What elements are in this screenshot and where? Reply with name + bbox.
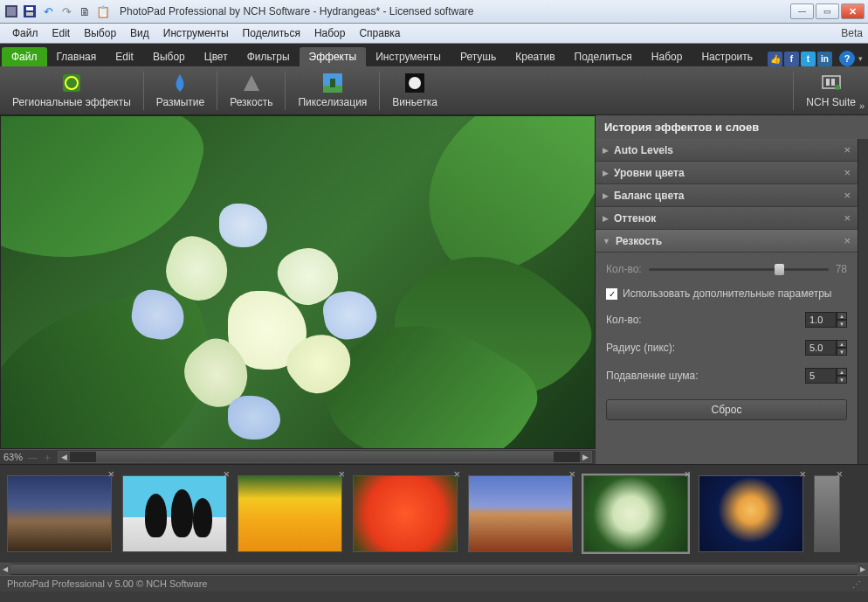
image-canvas[interactable] — [0, 115, 596, 449]
redo-icon[interactable]: ↷ — [59, 3, 74, 19]
ribbon-regional-effects[interactable]: Региональные эффекты — [0, 66, 143, 114]
ribbon-nch-suite[interactable]: NCH Suite — [794, 66, 868, 114]
thumb-6[interactable]: × — [699, 475, 803, 552]
thumb-1[interactable]: × — [122, 475, 227, 552]
thumb-4[interactable]: × — [468, 475, 573, 552]
amount-slider[interactable] — [649, 268, 829, 271]
menu-set[interactable]: Набор — [307, 25, 353, 41]
facebook-icon[interactable]: f — [784, 52, 799, 66]
menu-file[interactable]: Файл — [5, 25, 45, 41]
ribbon-blur[interactable]: Размытие — [144, 66, 217, 114]
tab-select[interactable]: Выбор — [143, 47, 195, 66]
thumb-0[interactable]: × — [7, 475, 112, 552]
thumb-close-icon[interactable]: × — [107, 467, 114, 481]
tab-retouch[interactable]: Ретушь — [451, 47, 506, 66]
help-dropdown-icon[interactable]: ▾ — [858, 54, 863, 63]
param-spinbox[interactable]: 1.0▲▼ — [805, 312, 847, 328]
spin-up-icon[interactable]: ▲ — [837, 368, 847, 376]
help-icon[interactable]: ? — [839, 51, 855, 66]
thumb-close-icon[interactable]: × — [338, 467, 345, 481]
thumb-close-icon[interactable]: × — [836, 467, 843, 481]
ribbon-more-icon[interactable]: » — [859, 100, 865, 111]
tab-edit[interactable]: Edit — [106, 47, 143, 66]
tab-file[interactable]: Файл — [2, 47, 47, 66]
tab-effects[interactable]: Эффекты — [300, 47, 367, 66]
thumb-5[interactable]: × — [583, 475, 688, 552]
tab-right-controls: 👍 f t in ? ▾ — [768, 51, 866, 66]
thumb-close-icon[interactable]: × — [568, 467, 575, 481]
tab-share[interactable]: Поделиться — [565, 47, 642, 66]
layer-row[interactable]: ▶Оттенок× — [596, 207, 858, 230]
like-icon[interactable]: 👍 — [768, 52, 782, 66]
checkbox-icon[interactable]: ✓ — [606, 288, 617, 300]
ribbon-vignette[interactable]: Виньетка — [380, 66, 450, 114]
param-spinbox[interactable]: 5.0▲▼ — [805, 340, 847, 356]
layer-row[interactable]: ▶Баланс цвета× — [596, 184, 858, 207]
scroll-left-icon[interactable]: ◀ — [0, 564, 10, 575]
scrollbar-thumb[interactable] — [96, 452, 555, 462]
spin-up-icon[interactable]: ▲ — [837, 340, 847, 348]
menu-select[interactable]: Выбор — [77, 25, 123, 41]
doc-icon[interactable]: 🗎 — [77, 3, 93, 19]
twitter-icon[interactable]: t — [801, 52, 816, 66]
zoom-in-button[interactable]: ＋ — [43, 451, 52, 464]
spin-down-icon[interactable]: ▼ — [837, 348, 847, 356]
tab-color[interactable]: Цвет — [195, 47, 238, 66]
tab-home[interactable]: Главная — [47, 47, 107, 66]
layer-close-icon[interactable]: × — [844, 166, 851, 179]
panel-vscrollbar[interactable] — [858, 139, 868, 464]
param-spinbox[interactable]: 5▲▼ — [805, 368, 847, 384]
undo-icon[interactable]: ↶ — [40, 3, 56, 19]
layer-close-icon[interactable]: × — [844, 189, 851, 202]
menu-tools[interactable]: Инструменты — [156, 25, 236, 41]
layer-row[interactable]: ▶Auto Levels× — [596, 139, 858, 162]
ribbon-pixelate[interactable]: Пикселизация — [286, 66, 379, 114]
app-icon[interactable] — [3, 3, 19, 19]
spin-down-icon[interactable]: ▼ — [837, 376, 847, 384]
ribbon-sharpen[interactable]: Резкость — [217, 66, 285, 114]
reset-button[interactable]: Сброс — [606, 399, 847, 420]
tab-set[interactable]: Набор — [642, 47, 692, 66]
advanced-checkbox-row[interactable]: ✓ Использовать дополнительные параметры — [606, 287, 847, 300]
save-icon[interactable] — [22, 3, 38, 19]
maximize-button[interactable]: ▭ — [816, 3, 839, 19]
tab-filters[interactable]: Фильтры — [238, 47, 300, 66]
linkedin-icon[interactable]: in — [817, 52, 832, 66]
resize-grip-icon[interactable]: ⋰ — [852, 579, 861, 589]
scroll-right-icon[interactable]: ▶ — [580, 452, 591, 462]
thumb-close-icon[interactable]: × — [684, 467, 691, 481]
param-value[interactable]: 1.0 — [805, 312, 837, 328]
layer-row[interactable]: ▶Уровни цвета× — [596, 162, 858, 184]
ribbon-label: Резкость — [230, 96, 272, 108]
tab-tools[interactable]: Инструменты — [366, 47, 451, 66]
scroll-left-icon[interactable]: ◀ — [59, 452, 70, 462]
layer-close-icon[interactable]: × — [844, 211, 851, 225]
zoom-out-button[interactable]: — — [28, 452, 38, 462]
layer-close-icon[interactable]: × — [844, 143, 851, 156]
menu-edit[interactable]: Edit — [45, 25, 78, 41]
param-value[interactable]: 5.0 — [805, 340, 837, 356]
close-button[interactable]: ✕ — [841, 3, 865, 19]
filmstrip-hscrollbar[interactable]: ◀ ▶ — [0, 563, 868, 575]
spin-up-icon[interactable]: ▲ — [837, 312, 847, 320]
thumb-3[interactable]: × — [353, 475, 458, 552]
layer-row-expanded[interactable]: ▼Резкость× — [596, 230, 858, 253]
layer-close-icon[interactable]: × — [844, 234, 851, 247]
thumb-7[interactable]: × — [814, 475, 840, 552]
thumb-close-icon[interactable]: × — [799, 467, 806, 481]
thumb-2[interactable]: × — [238, 475, 342, 552]
scroll-right-icon[interactable]: ▶ — [858, 564, 868, 575]
scrollbar-thumb[interactable] — [10, 564, 858, 574]
tab-creative[interactable]: Креатив — [506, 47, 564, 66]
minimize-button[interactable]: — — [790, 3, 814, 19]
paste-icon[interactable]: 📋 — [95, 3, 111, 19]
slider-thumb[interactable] — [775, 264, 784, 275]
spin-down-icon[interactable]: ▼ — [837, 320, 847, 328]
menu-share[interactable]: Поделиться — [236, 25, 307, 41]
menu-view[interactable]: Вид — [123, 25, 156, 41]
thumb-close-icon[interactable]: × — [453, 467, 460, 481]
canvas-hscrollbar[interactable]: ◀ ▶ — [58, 451, 592, 463]
param-value[interactable]: 5 — [805, 368, 837, 384]
tab-configure[interactable]: Настроить — [692, 47, 762, 66]
menu-help[interactable]: Справка — [352, 25, 407, 41]
